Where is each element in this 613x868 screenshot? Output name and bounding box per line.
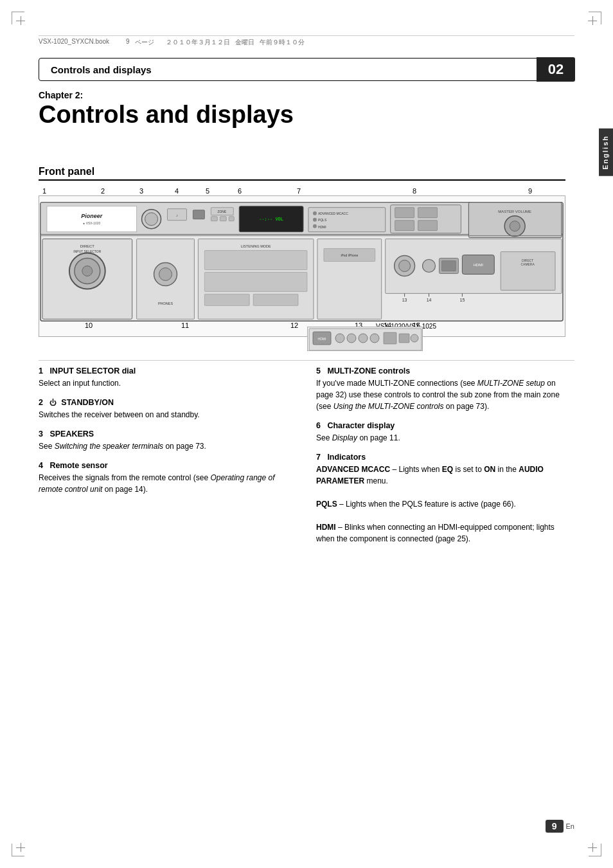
svg-text:MASTER VOLUME: MASTER VOLUME: [498, 210, 531, 213]
meta-page: 9: [126, 38, 130, 47]
svg-text:♪: ♪: [176, 213, 178, 217]
svg-text:HDMI: HDMI: [474, 263, 484, 267]
meta-day: 金曜日: [235, 38, 254, 47]
desc-3-body: See Switching the speaker terminals on p…: [39, 440, 297, 452]
svg-rect-78: [399, 334, 409, 343]
svg-rect-49: [253, 294, 298, 305]
svg-rect-28: [418, 221, 438, 231]
svg-text:13: 13: [402, 298, 407, 302]
svg-point-32: [510, 221, 520, 231]
desc-item-6: 6 Character display See Display on page …: [316, 421, 574, 444]
page-footer: 9 En: [546, 820, 574, 833]
svg-rect-27: [395, 221, 414, 231]
meta-line: VSX-1020_SYXCN.book 9 ページ ２０１０年３月１２日 金曜日…: [39, 35, 574, 47]
page-number-badge: 9: [546, 820, 564, 833]
svg-rect-47: [204, 272, 307, 291]
svg-text:DIRECT: DIRECT: [522, 258, 534, 262]
svg-point-73: [335, 334, 344, 343]
svg-text:● VSX-1020: ● VSX-1020: [83, 221, 100, 225]
desc-4-header: 4 Remote sensor: [39, 461, 297, 470]
nlabel-4: 4: [175, 187, 179, 195]
svg-rect-48: [204, 294, 249, 305]
nlabel-6: 6: [238, 187, 242, 195]
svg-rect-13: [220, 217, 226, 221]
svg-rect-58: [441, 261, 456, 271]
svg-rect-46: [204, 251, 307, 270]
desc-2-body: Switches the receiver between on and sta…: [39, 409, 297, 420]
svg-point-20: [313, 218, 317, 222]
chapter-title: Controls and displays: [39, 102, 294, 129]
desc-item-2: 2 ⏻ STANDBY/ON Switches the receiver bet…: [39, 398, 297, 420]
desc-item-4: 4 Remote sensor Receives the signals fro…: [39, 461, 297, 495]
crosshair-tr: [588, 16, 597, 25]
vsx920-subdiagram: HDMI: [307, 327, 423, 351]
meta-file: VSX-1020_SYXCN.book: [39, 38, 109, 47]
nlabel-10: 10: [85, 321, 93, 329]
desc-item-7: 7 Indicators ADVANCED MCACC – Lights whe…: [316, 453, 574, 545]
english-tab: English: [599, 129, 613, 176]
desc-7-header: 7 Indicators: [316, 453, 574, 462]
svg-text:HDMI: HDMI: [318, 337, 326, 341]
meta-date: ２０１０年３月１２日: [166, 38, 230, 47]
desc-item-5: 5 MULTI-ZONE controls If you've made MUL…: [316, 366, 574, 412]
svg-point-39: [82, 266, 93, 276]
nlabel-11: 11: [181, 321, 189, 329]
svg-rect-26: [418, 208, 438, 218]
desc-6-header: 6 Character display: [316, 421, 574, 430]
nlabel-3: 3: [139, 187, 143, 195]
descriptions-section: 1 INPUT SELECTOR dial Select an input fu…: [39, 366, 574, 554]
desc-3-header: 3 SPEAKERS: [39, 429, 297, 439]
svg-point-55: [399, 260, 411, 272]
meta-time: 午前９時１０分: [260, 38, 305, 47]
crosshair-bl: [16, 843, 25, 852]
desc-2-header: 2 ⏻ STANDBY/ON: [39, 398, 297, 407]
svg-rect-25: [395, 208, 414, 218]
desc-6-body: See Display on page 11.: [316, 432, 574, 444]
svg-text:LISTENING MODE: LISTENING MODE: [241, 244, 271, 248]
svg-text:DIRECT: DIRECT: [80, 244, 95, 248]
svg-text:CAMERA: CAMERA: [521, 263, 535, 267]
header-title: Controls and displays: [39, 64, 163, 75]
svg-text:--:--  VOL: --:-- VOL: [259, 217, 283, 222]
svg-rect-12: [211, 217, 217, 221]
nlabel-5: 5: [206, 187, 209, 195]
chapter-label: Chapter 2:: [39, 90, 294, 100]
nlabel-2: 2: [101, 187, 105, 195]
svg-point-42: [159, 267, 172, 280]
chapter-heading: Chapter 2: Controls and displays: [39, 90, 294, 129]
desc-5-body: If you've made MULTI-ZONE connections (s…: [316, 377, 574, 412]
svg-text:15: 15: [460, 298, 465, 302]
svg-text:Pioneer: Pioneer: [81, 213, 102, 219]
crosshair-br: [588, 843, 597, 852]
chapter-number-badge: 02: [537, 57, 575, 82]
svg-point-74: [347, 334, 356, 343]
front-panel-heading: Front panel: [39, 166, 565, 181]
desc-divider: [39, 360, 574, 361]
svg-text:PHONES: PHONES: [158, 302, 173, 305]
svg-rect-14: [229, 217, 234, 221]
svg-text:PQLS: PQLS: [318, 218, 327, 222]
desc-left-col: 1 INPUT SELECTOR dial Select an input fu…: [39, 366, 297, 554]
nlabel-12: 12: [290, 321, 298, 329]
desc-7-body: ADVANCED MCACC – Lights when EQ is set t…: [316, 464, 574, 545]
svg-text:HDMI: HDMI: [318, 225, 326, 229]
nlabel-8: 8: [413, 187, 416, 195]
svg-text:iPod iPhone: iPod iPhone: [341, 253, 358, 257]
desc-right-col: 5 MULTI-ZONE controls If you've made MUL…: [316, 366, 574, 554]
svg-rect-9: [193, 210, 204, 219]
desc-5-header: 5 MULTI-ZONE controls: [316, 366, 574, 375]
svg-point-79: [411, 334, 418, 342]
meta-page-label: [114, 38, 121, 47]
nlabel-1: 1: [42, 187, 46, 195]
desc-4-body: Receives the signals from the remote con…: [39, 472, 297, 495]
svg-text:ADVANCED MCACC: ADVANCED MCACC: [318, 212, 348, 215]
desc-item-3: 3 SPEAKERS See Switching the speaker ter…: [39, 429, 297, 452]
desc-1-header: 1 INPUT SELECTOR dial: [39, 366, 297, 375]
svg-point-6: [145, 213, 158, 226]
device-diagram: Pioneer ● VSX-1020 ♪ ZONE --:-- VOL ADVA…: [39, 195, 565, 337]
svg-point-76: [370, 334, 379, 343]
desc-item-1: 1 INPUT SELECTOR dial Select an input fu…: [39, 366, 297, 389]
crosshair-tl: [16, 16, 25, 25]
nlabel-9: 9: [528, 187, 532, 195]
svg-text:ZONE: ZONE: [217, 210, 226, 213]
